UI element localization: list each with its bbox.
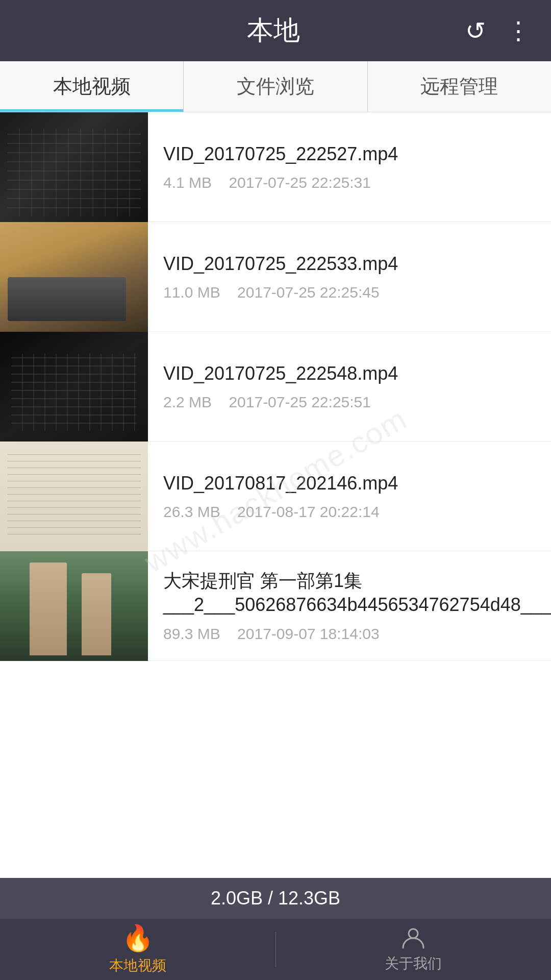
video-meta: 26.3 MB 2017-08-17 20:22:14 — [163, 503, 536, 521]
list-item[interactable]: VID_20170817_202146.mp4 26.3 MB 2017-08-… — [0, 442, 551, 551]
video-info: VID_20170725_222533.mp4 11.0 MB 2017-07-… — [148, 222, 551, 331]
video-info: VID_20170817_202146.mp4 26.3 MB 2017-08-… — [148, 442, 551, 551]
video-thumbnail — [0, 442, 148, 551]
video-meta: 11.0 MB 2017-07-25 22:25:45 — [163, 284, 536, 301]
tab-local-video[interactable]: 本地视频 — [0, 61, 184, 112]
tab-file-browser[interactable]: 文件浏览 — [184, 61, 367, 112]
video-list: VID_20170725_222527.mp4 4.1 MB 2017-07-2… — [0, 112, 551, 878]
tab-remote-manage[interactable]: 远程管理 — [368, 61, 551, 112]
list-item[interactable]: 大宋提刑官 第一部第1集___2___50626876634b445653476… — [0, 551, 551, 661]
person-icon — [400, 925, 426, 951]
storage-bar: 2.0GB / 12.3GB — [0, 878, 551, 919]
video-meta: 2.2 MB 2017-07-25 22:25:51 — [163, 394, 536, 411]
video-thumbnail — [0, 332, 148, 442]
list-item[interactable]: VID_20170725_222527.mp4 4.1 MB 2017-07-2… — [0, 112, 551, 222]
bottom-nav: 🔥 本地视频 关于我们 — [0, 919, 551, 980]
video-info: VID_20170725_222548.mp4 2.2 MB 2017-07-2… — [148, 332, 551, 441]
nav-about-us-label: 关于我们 — [385, 954, 442, 973]
video-name: VID_20170725_222548.mp4 — [163, 362, 536, 386]
header: 本地 ↺ ⋮ — [0, 0, 551, 61]
more-icon[interactable]: ⋮ — [506, 16, 531, 45]
flame-icon: 🔥 — [122, 923, 154, 953]
nav-local-video-label: 本地视频 — [109, 956, 166, 975]
video-info: VID_20170725_222527.mp4 4.1 MB 2017-07-2… — [148, 112, 551, 222]
page-title: 本地 — [82, 13, 465, 48]
refresh-icon[interactable]: ↺ — [465, 16, 486, 45]
nav-about-us[interactable]: 关于我们 — [276, 925, 552, 973]
video-name: VID_20170725_222533.mp4 — [163, 252, 536, 276]
svg-point-0 — [409, 929, 418, 938]
video-name: 大宋提刑官 第一部第1集___2___50626876634b445653476… — [163, 569, 551, 617]
list-item[interactable]: VID_20170725_222548.mp4 2.2 MB 2017-07-2… — [0, 332, 551, 442]
video-info: 大宋提刑官 第一部第1集___2___50626876634b445653476… — [148, 551, 551, 660]
video-name: VID_20170817_202146.mp4 — [163, 472, 536, 496]
tab-bar: 本地视频 文件浏览 远程管理 — [0, 61, 551, 112]
header-actions: ↺ ⋮ — [465, 16, 531, 45]
list-item[interactable]: VID_20170725_222533.mp4 11.0 MB 2017-07-… — [0, 222, 551, 332]
storage-text: 2.0GB / 12.3GB — [211, 888, 340, 909]
video-thumbnail — [0, 112, 148, 222]
video-meta: 89.3 MB 2017-09-07 18:14:03 — [163, 625, 551, 643]
nav-local-video[interactable]: 🔥 本地视频 — [0, 923, 276, 975]
video-thumbnail — [0, 551, 148, 661]
video-thumbnail — [0, 222, 148, 332]
video-name: VID_20170725_222527.mp4 — [163, 142, 536, 166]
video-meta: 4.1 MB 2017-07-25 22:25:31 — [163, 174, 536, 191]
